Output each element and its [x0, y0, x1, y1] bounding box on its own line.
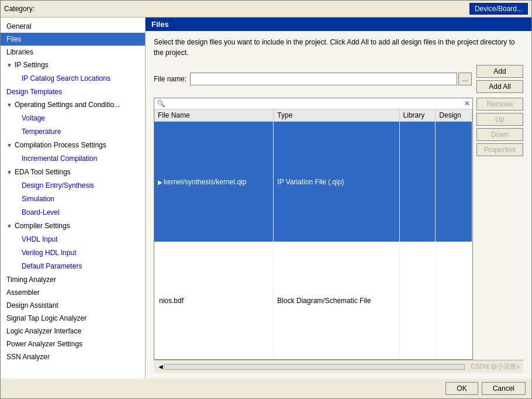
- sidebar-item-board-level[interactable]: Board-Level: [1, 206, 145, 219]
- sidebar-item-ssn-analyzer[interactable]: SSN Analyzer: [1, 350, 145, 363]
- file-name-row: File name: ... Add Add All: [154, 65, 523, 93]
- browse-button[interactable]: ...: [458, 73, 472, 85]
- sidebar-item-compilation-process[interactable]: ▼Compilation Process Settings: [1, 139, 145, 152]
- sidebar-item-label: Timing Analyzer: [6, 276, 56, 284]
- cell-filename: nios.bdf: [154, 242, 274, 359]
- sidebar-item-label: Design Entry/Synthesis: [22, 181, 94, 190]
- sidebar-item-power-analyzer[interactable]: Power Analyzer Settings: [1, 338, 145, 350]
- col-header-library: Library: [399, 109, 436, 122]
- panel-title: Files: [146, 18, 531, 31]
- sidebar-item-label: Power Analyzer Settings: [6, 340, 82, 348]
- main-window: Category: Device/Board... GeneralFilesLi…: [0, 0, 532, 399]
- sidebar-item-label: Design Assistant: [6, 301, 58, 309]
- bottom-bar: ◄ CSDN @小浣熊x: [154, 360, 523, 373]
- sidebar-item-label: IP Catalog Search Locations: [22, 74, 110, 82]
- down-button[interactable]: Down: [476, 128, 523, 141]
- device-board-button[interactable]: Device/Board...: [469, 3, 528, 15]
- right-panel: Files Select the design files you want t…: [146, 18, 531, 379]
- sidebar-item-label: Files: [6, 35, 21, 43]
- sidebar-item-assembler[interactable]: Assembler: [1, 286, 145, 299]
- col-header-design: Design: [436, 109, 472, 122]
- sidebar-item-eda-tool-settings[interactable]: ▼EDA Tool Settings: [1, 166, 145, 179]
- sidebar-item-voltage[interactable]: Voltage: [1, 112, 145, 125]
- sidebar-item-temperature[interactable]: Temperature: [1, 125, 145, 139]
- sidebar-item-ip-settings[interactable]: ▼IP Settings: [1, 59, 145, 72]
- search-bar: 🔍 ✕: [154, 98, 472, 109]
- sidebar-item-files[interactable]: Files: [1, 33, 145, 46]
- sidebar-item-logic-analyzer[interactable]: Logic Analyzer Interface: [1, 325, 145, 338]
- ok-cancel-row: OK Cancel: [1, 379, 531, 398]
- header-bar: Category: Device/Board...: [1, 1, 531, 18]
- sidebar-item-design-assistant[interactable]: Design Assistant: [1, 299, 145, 312]
- col-header-type: Type: [274, 109, 399, 122]
- cancel-button[interactable]: Cancel: [482, 382, 526, 395]
- remove-button[interactable]: Remove: [476, 98, 523, 111]
- sidebar-item-label: Board-Level: [22, 208, 60, 216]
- sidebar-item-default-parameters[interactable]: Default Parameters: [1, 260, 145, 273]
- properties-button[interactable]: Properties: [476, 143, 523, 156]
- buttons-column: Add Add All: [476, 65, 523, 93]
- sidebar-item-simulation[interactable]: Simulation: [1, 192, 145, 206]
- file-name-input[interactable]: [190, 73, 457, 85]
- left-arrow-icon: ◄: [157, 363, 164, 371]
- expand-arrow: ▶: [158, 179, 163, 185]
- table-row[interactable]: ▶kernel/synthesis/kernel.qip IP Variatio…: [154, 122, 472, 242]
- sidebar-item-label: General: [6, 22, 32, 30]
- search-input[interactable]: [168, 99, 464, 108]
- sidebar-item-label: Operating Settings and Conditio...: [15, 101, 120, 109]
- sidebar-item-label: Verilog HDL Input: [22, 249, 77, 257]
- category-label: Category:: [4, 5, 34, 13]
- clear-search-icon[interactable]: ✕: [464, 99, 470, 108]
- sidebar-item-label: Signal Tap Logic Analyzer: [6, 314, 87, 322]
- collapse-icon: ▼: [6, 221, 13, 232]
- sidebar-item-label: Assembler: [6, 288, 40, 297]
- collapse-icon: ▼: [6, 167, 13, 178]
- cell-type: Block Diagram/Schematic File: [274, 242, 399, 359]
- collapse-icon: ▼: [6, 60, 13, 71]
- sidebar-item-signal-tap[interactable]: Signal Tap Logic Analyzer: [1, 312, 145, 325]
- side-buttons: Remove Up Down Properties: [476, 98, 523, 360]
- sidebar-item-libraries[interactable]: Libraries: [1, 46, 145, 59]
- left-panel: GeneralFilesLibraries▼IP Settings IP Cat…: [1, 18, 146, 379]
- sidebar-item-incremental-compilation[interactable]: Incremental Compilation: [1, 152, 145, 166]
- collapse-icon: ▼: [6, 140, 13, 151]
- sidebar-item-label: EDA Tool Settings: [15, 168, 71, 176]
- file-table: File Name Type Library Design ▶kernel/sy…: [154, 109, 472, 359]
- file-table-body: ▶kernel/synthesis/kernel.qip IP Variatio…: [154, 122, 472, 360]
- sidebar-item-label: Compilation Process Settings: [15, 141, 106, 149]
- file-table-wrapper: 🔍 ✕ File Name Type Library: [154, 98, 473, 360]
- sidebar-item-compiler-settings[interactable]: ▼Compiler Settings: [1, 219, 145, 233]
- sidebar-item-label: Default Parameters: [22, 262, 82, 270]
- sidebar-item-design-entry-synthesis[interactable]: Design Entry/Synthesis: [1, 179, 145, 192]
- sidebar-item-label: SSN Analyzer: [6, 353, 50, 361]
- sidebar-item-general[interactable]: General: [1, 20, 145, 33]
- cell-library: [399, 122, 436, 242]
- table-row[interactable]: nios.bdf Block Diagram/Schematic File: [154, 242, 472, 359]
- sidebar-item-label: Libraries: [6, 48, 33, 56]
- cell-type: IP Variation File (.qip): [274, 122, 399, 242]
- up-button[interactable]: Up: [476, 113, 523, 126]
- add-all-button[interactable]: Add All: [476, 80, 523, 93]
- description-text: Select the design files you want to incl…: [154, 37, 523, 58]
- sidebar-item-verilog-hdl-input[interactable]: Verilog HDL Input: [1, 246, 145, 260]
- sidebar-item-label: Design Templates: [6, 88, 62, 96]
- collapse-icon: ▼: [6, 100, 13, 111]
- sidebar-item-vhdl-input[interactable]: VHDL Input: [1, 233, 145, 246]
- watermark: CSDN @小浣熊x: [471, 362, 520, 371]
- sidebar-item-label: Temperature: [22, 128, 61, 136]
- sidebar-item-label: Logic Analyzer Interface: [6, 327, 81, 335]
- horizontal-scrollbar[interactable]: [164, 364, 465, 370]
- sidebar-item-label: IP Settings: [15, 61, 49, 69]
- cell-design: [436, 242, 472, 359]
- add-button[interactable]: Add: [476, 65, 523, 78]
- sidebar-item-design-templates[interactable]: Design Templates: [1, 85, 145, 98]
- sidebar-item-label: Simulation: [22, 195, 54, 203]
- ok-button[interactable]: OK: [445, 382, 478, 395]
- cell-library: [399, 242, 436, 359]
- sidebar-item-timing-analyzer[interactable]: Timing Analyzer: [1, 273, 145, 286]
- search-icon: 🔍: [157, 99, 165, 108]
- sidebar-item-ip-catalog[interactable]: IP Catalog Search Locations: [1, 72, 145, 85]
- sidebar-item-operating-settings[interactable]: ▼Operating Settings and Conditio...: [1, 98, 145, 112]
- sidebar-item-label: Incremental Compilation: [22, 154, 97, 163]
- sidebar-item-label: Compiler Settings: [15, 222, 70, 230]
